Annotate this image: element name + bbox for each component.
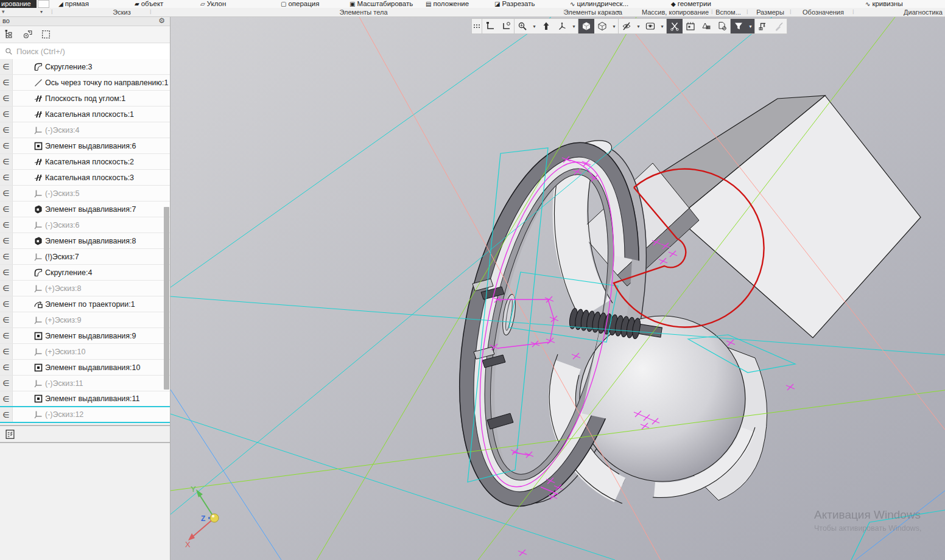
tab-modeling[interactable]: ирование xyxy=(0,0,37,8)
tree-item-label: (!)Эскиз:7 xyxy=(45,253,79,261)
sketch-icon xyxy=(33,189,43,198)
tree-item--эскиз-10[interactable]: ∈(+)Эскиз:10 xyxy=(0,344,170,360)
sketch-icon xyxy=(485,21,495,31)
tree-structure-icon[interactable] xyxy=(2,28,16,41)
toolbar-show-objects-button[interactable] xyxy=(642,19,658,33)
group-grip-icon[interactable]: ⁞ xyxy=(790,9,791,16)
tree-item-скругление-3[interactable]: ∈Скругление:3 xyxy=(0,59,170,75)
tree-item--эскиз-12[interactable]: ∈(-)Эскиз:12 xyxy=(0,407,170,423)
components-icon[interactable] xyxy=(21,28,34,41)
tree-item-label: (+)Эскиз:9 xyxy=(45,316,81,324)
section-icon xyxy=(670,21,680,31)
group-grip-icon[interactable]: ⁞ xyxy=(852,9,854,16)
group-grip-icon[interactable]: ⁞ xyxy=(563,9,564,16)
chevron-down-icon[interactable]: ▾ xyxy=(747,19,754,33)
chevron-down-icon[interactable]: ▾ xyxy=(570,19,578,33)
toolbar-grip-button[interactable] xyxy=(472,19,482,33)
toolbar-display-shaded-button[interactable] xyxy=(578,19,594,33)
collapse-chevron-icon[interactable]: ▾ xyxy=(2,9,5,15)
tree-item-label: Плоскость под углом:1 xyxy=(45,94,125,103)
toolbar-section-view-button[interactable] xyxy=(667,19,683,33)
tree-item--эскиз-8[interactable]: ∈(+)Эскиз:8 xyxy=(0,281,170,296)
chevron-down-icon[interactable]: ▾ xyxy=(530,19,538,33)
tree-item-элемент-выдавливания-8[interactable]: ∈Элемент выдавливания:8 xyxy=(0,233,170,249)
toolbar-color-picker-button[interactable] xyxy=(771,19,787,33)
toolbar-group-1 xyxy=(482,18,515,34)
chevron-down-icon[interactable]: ▾ xyxy=(610,19,618,33)
element-of-icon: ∈ xyxy=(0,201,13,217)
tree-item--эскиз-9[interactable]: ∈(+)Эскиз:9 xyxy=(0,312,170,328)
viewport-3d[interactable]: Y X Z Активация Windows Чтобы активирова… xyxy=(170,16,945,560)
tree-item-элемент-по-траектории-1[interactable]: ∈Элемент по траектории:1 xyxy=(0,296,170,312)
ribbon-button-5[interactable]: ▣Масштабировать xyxy=(350,0,413,8)
tree-item--эскиз-5[interactable]: ∈(-)Эскиз:5 xyxy=(0,186,170,201)
element-of-icon: ∈ xyxy=(0,91,13,106)
tree-item-касательная-плоскость-2[interactable]: ∈Касательная плоскость:2 xyxy=(0,154,170,170)
tree-item-элемент-выдавливания-9[interactable]: ∈Элемент выдавливания:9 xyxy=(0,328,170,344)
tree-item-label: Элемент выдавливания:10 xyxy=(45,363,140,372)
plane-icon xyxy=(33,157,43,167)
ribbon-button-9[interactable]: ◆геометрии xyxy=(671,0,711,8)
tree-item--эскиз-11[interactable]: ∈(-)Эскиз:11 xyxy=(0,376,170,391)
tree-item-элемент-выдавливания-11[interactable]: ∈Элемент выдавливания:11 xyxy=(0,391,170,407)
ribbon-button-7[interactable]: ◪Разрезать xyxy=(494,0,535,8)
search-input[interactable]: Поиск (Ctrl+/) xyxy=(0,43,170,60)
triangle-icon: ◢ xyxy=(58,1,63,7)
toolbar-measure-button[interactable] xyxy=(755,19,771,33)
tree-item-плоскость-под-углом-1[interactable]: ∈Плоскость под углом:1 xyxy=(0,91,170,107)
toolbar-export-doc-button[interactable] xyxy=(714,19,730,33)
ribbon-button-label: кривизны xyxy=(872,0,902,7)
ribbon-button-10[interactable]: ∿кривизны xyxy=(865,0,903,8)
tree-item--эскиз-4[interactable]: ∈(-)Эскиз:4 xyxy=(0,122,170,138)
group-grip-icon[interactable]: ⁞ xyxy=(150,9,151,16)
ribbon-button-4[interactable]: ▢операция xyxy=(281,0,320,8)
toolbar-display-wireframe-button[interactable] xyxy=(594,19,610,33)
tree-scrollbar[interactable] xyxy=(164,207,169,390)
ribbon-button-6[interactable]: ▤положение xyxy=(426,0,469,8)
toolbar-filter-button[interactable] xyxy=(731,19,747,33)
chevron-down-icon[interactable]: ▾ xyxy=(634,19,642,33)
cube-solid-icon xyxy=(581,21,591,31)
tree-item-ось-через-точку-по-направлению-1[interactable]: ∈Ось через точку по направлению:1 xyxy=(0,75,170,91)
toolbar-orient-view-button[interactable] xyxy=(538,19,554,33)
group-grip-icon[interactable]: ⁞ xyxy=(747,9,748,16)
extrudeCut-icon xyxy=(33,205,43,214)
tree-item-касательная-плоскость-1[interactable]: ∈Касательная плоскость:1 xyxy=(0,107,170,122)
tree-item--эскиз-6[interactable]: ∈(-)Эскиз:6 xyxy=(0,217,170,233)
tree-item-касательная-плоскость-3[interactable]: ∈Касательная плоскость:3 xyxy=(0,170,170,186)
toolbar-orientation-button[interactable] xyxy=(554,19,570,33)
gear-icon[interactable]: ⚙ xyxy=(158,16,165,26)
toolbar-sketch-mode-button[interactable] xyxy=(482,19,498,33)
sketch-plane-icon xyxy=(501,21,511,31)
toolbar-hide-objects-button[interactable] xyxy=(619,19,634,33)
element-of-icon: ∈ xyxy=(0,138,13,153)
tree-item-элемент-выдавливания-6[interactable]: ∈Элемент выдавливания:6 xyxy=(0,138,170,154)
ribbon-button-label: прямая xyxy=(65,0,89,7)
tree-item-элемент-выдавливания-7[interactable]: ∈Элемент выдавливания:7 xyxy=(0,201,170,217)
toolbar-components-display-button[interactable] xyxy=(698,19,714,33)
toolbar-frame-button[interactable] xyxy=(683,19,698,33)
ribbon-button-3[interactable]: ▱Уклон xyxy=(200,0,226,8)
3d-scene[interactable]: Y X Z Активация Windows Чтобы активирова… xyxy=(170,16,945,560)
tree-item-элемент-выдавливания-10[interactable]: ∈Элемент выдавливания:10 xyxy=(0,360,170,376)
tree-item--эскиз-7[interactable]: ∈(!)Эскиз:7 xyxy=(0,249,170,265)
ribbon-partial-button[interactable] xyxy=(38,0,49,8)
extrude-icon xyxy=(33,141,43,151)
tree-item-label: (-)Эскиз:12 xyxy=(45,410,83,419)
group-grip-icon[interactable]: ⁞ xyxy=(711,9,712,16)
tree-item-label: Элемент выдавливания:8 xyxy=(45,237,136,245)
ribbon-dropdown-caret[interactable]: ▾ xyxy=(40,9,43,15)
toolbar-zoom-button[interactable] xyxy=(515,19,530,33)
position-icon: ▤ xyxy=(426,1,431,7)
selection-box-icon[interactable] xyxy=(39,28,52,41)
ribbon-button-2[interactable]: ▰объект xyxy=(135,0,163,8)
plane-icon xyxy=(33,173,43,183)
ribbon-button-1[interactable]: ◢прямая xyxy=(58,0,89,8)
ribbon-grip-icon[interactable]: ⁞ xyxy=(51,9,52,16)
tree-item-скругление-4[interactable]: ∈Скругление:4 xyxy=(0,265,170,281)
ribbon-button-8[interactable]: ∿цилиндрическ... xyxy=(570,0,628,8)
toolbar-sketch-on-plane-button[interactable] xyxy=(498,19,514,33)
chevron-down-icon[interactable]: ▾ xyxy=(617,9,619,15)
parameters-list-icon[interactable] xyxy=(2,427,17,441)
chevron-down-icon[interactable]: ▾ xyxy=(658,19,666,33)
